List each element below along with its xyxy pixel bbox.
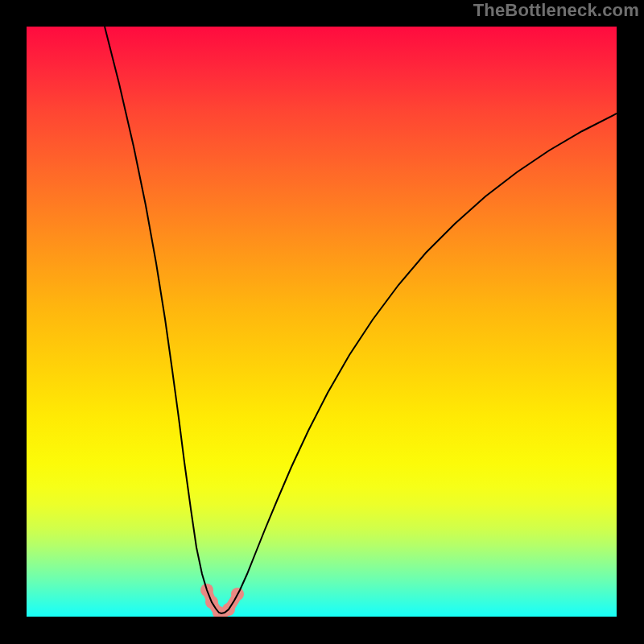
bottleneck-curve <box>105 27 617 613</box>
chart-svg <box>27 27 617 617</box>
outer-frame: TheBottleneck.com <box>0 0 644 644</box>
watermark-text: TheBottleneck.com <box>473 0 639 21</box>
chart-plot-area <box>27 27 617 617</box>
